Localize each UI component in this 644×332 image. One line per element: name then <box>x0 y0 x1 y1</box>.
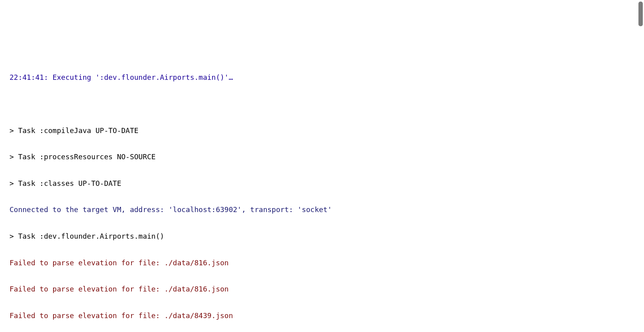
main-task-line: > Task :dev.flounder.Airports.main() <box>10 230 634 243</box>
scrollbar-thumb[interactable] <box>638 2 643 26</box>
task-line: > Task :processResources NO-SOURCE <box>10 150 634 163</box>
task-line: > Task :classes UP-TO-DATE <box>10 177 634 190</box>
console-output[interactable]: 22:41:41: Executing ':dev.flounder.Airpo… <box>10 58 634 332</box>
connected-line: Connected to the target VM, address: 'lo… <box>10 203 634 216</box>
blank-line <box>10 97 634 110</box>
timestamp: 22:41:41: <box>10 73 48 81</box>
error-line: Failed to parse elevation for file: ./da… <box>10 309 634 322</box>
executing-text: Executing ':dev.flounder.Airports.main()… <box>48 73 233 81</box>
executing-line: 22:41:41: Executing ':dev.flounder.Airpo… <box>10 71 634 84</box>
error-line: Failed to parse elevation for file: ./da… <box>10 282 634 295</box>
task-line: > Task :compileJava UP-TO-DATE <box>10 124 634 137</box>
error-line: Failed to parse elevation for file: ./da… <box>10 256 634 269</box>
